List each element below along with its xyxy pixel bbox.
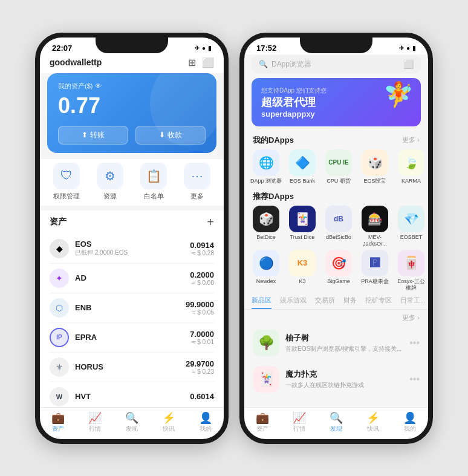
asset-row-horus[interactable]: ⚜ HORUS 29.9700 ≈ $ 0.23	[50, 353, 214, 382]
karma-app[interactable]: 🍃 KARMA	[395, 149, 427, 184]
new-apps-header: 更多 ›	[244, 313, 428, 325]
profile2-tab-label: 我的	[403, 425, 417, 433]
asset-row-eos[interactable]: ◆ EOS 已抵押 2.0000 EOS 0.0914 ≈ $ 0.28	[50, 234, 214, 264]
mev-icon: 🎰	[362, 206, 388, 232]
discover2-tab-label: 发现	[330, 425, 343, 433]
my-dapps-row: 🌐 DApp 浏览器 🔷 EOS Bank CPU IE CPU 稻货 🎲 EO…	[244, 149, 428, 189]
banner[interactable]: 您支持DApp 您们支持您 超级君代理 superdapppxy 🧚	[252, 78, 421, 126]
molipu-item[interactable]: 🃏 魔力扑克 一款多人在线区块链扑克游戏 •••	[244, 361, 428, 397]
search-placeholder-text: DApp浏览器	[271, 59, 311, 70]
dbetsicbo-app[interactable]: dB dBetSicBo	[323, 206, 354, 247]
yuzushu-name: 柚子树	[285, 333, 403, 344]
recommended-row-2: 🔵 Newdex K3 K3 🎯 BigGame 🅿 PRA糖果盒 🀄	[244, 250, 428, 296]
resource-icon: ⚙	[97, 163, 123, 189]
whitelist-icon: 📋	[140, 163, 167, 189]
transfer-button[interactable]: ⬆ 转账	[58, 126, 128, 145]
ad-usd: ≈ $ 0.00	[190, 279, 214, 286]
news2-tab-icon: ⚡	[366, 411, 380, 425]
tab-daily[interactable]: 日常工...	[400, 296, 426, 309]
tab-profile[interactable]: 👤 我的	[199, 411, 212, 433]
hvt-name-col: HVT	[75, 392, 190, 401]
transfer-label: 转账	[90, 130, 105, 140]
tab-new[interactable]: 新品区	[252, 296, 271, 309]
asset-row-epra[interactable]: IP EPRA 7.0000 ≈ $ 0.01	[50, 323, 214, 353]
enb-amount: 99.9000	[186, 300, 214, 309]
new-more-link[interactable]: 更多 ›	[402, 313, 420, 322]
tab-mining[interactable]: 挖矿专区	[365, 296, 392, 309]
discover-tab-icon: 🔍	[125, 411, 138, 425]
airplane-icon: ✈	[195, 45, 200, 51]
pra-app[interactable]: 🅿 PRA糖果盒	[359, 250, 391, 292]
battery-icon-2: ▮	[412, 45, 416, 51]
dbetsicbo-label: dBetSicBo	[323, 234, 354, 241]
my-dapps-title: 我的DApps	[253, 135, 294, 146]
menu-item-whitelist[interactable]: 📋 白名单	[140, 163, 167, 201]
tab2-discover[interactable]: 🔍 发现	[330, 411, 343, 433]
receive-button[interactable]: ⬇ 收款	[135, 126, 206, 145]
dapp-browser[interactable]: 🌐 DApp 浏览器	[250, 149, 282, 184]
tab2-news[interactable]: ⚡ 快讯	[366, 411, 380, 433]
hvt-amount: 0.6014	[190, 392, 214, 401]
yuzushu-item[interactable]: 🌳 柚子树 首款EOS制户浏览器/搜索引擎，支持接关... •••	[244, 325, 428, 361]
eos-icon: ◆	[50, 239, 69, 258]
scan-icon[interactable]: ⊞	[188, 57, 196, 68]
cpu-icon: CPU IE	[325, 149, 352, 176]
assets-header: 资产 +	[50, 215, 214, 229]
tab-entertainment[interactable]: 娱乐游戏	[280, 296, 307, 309]
eosyx-app[interactable]: 🀄 Eosyx-三公棋牌	[395, 250, 427, 292]
eos-sub: 已抵押 2.0000 EOS	[75, 249, 190, 257]
eosbet-app[interactable]: 💎 EOSBET	[395, 206, 427, 247]
horus-usd: ≈ $ 0.23	[186, 368, 214, 375]
menu-item-auth[interactable]: 🛡 权限管理	[53, 163, 80, 201]
biggame-app[interactable]: 🎯 BigGame	[323, 250, 354, 292]
auth-icon: 🛡	[53, 163, 80, 189]
profile-tab-icon: 👤	[199, 411, 212, 425]
dapp-browser-icon: 🌐	[253, 149, 279, 176]
recommended-dapps-title: 推荐DApps	[253, 191, 294, 202]
tab-news[interactable]: ⚡ 快讯	[162, 411, 175, 433]
my-dapps-more[interactable]: 更多 ›	[402, 135, 420, 145]
assets-tab-label: 资产	[51, 425, 65, 433]
search-bar[interactable]: 🔍 DApp浏览器 ⬜	[252, 56, 421, 73]
molipu-name: 魔力扑克	[285, 369, 403, 380]
mev-app[interactable]: 🎰 MEV-JacksOr...	[359, 206, 391, 247]
newdex-app[interactable]: 🔵 Newdex	[250, 250, 282, 292]
yuzushu-dots: •••	[409, 337, 420, 348]
cpu-app[interactable]: CPU IE CPU 稻货	[323, 149, 354, 184]
transfer-icon: ⬆	[82, 131, 88, 139]
k3-icon: K3	[289, 250, 316, 276]
more-icon: ⋯	[184, 163, 210, 189]
wallet-name[interactable]: goodwallettp	[50, 57, 102, 67]
asset-row-enb[interactable]: ⬡ ENB 99.9000 ≈ $ 0.05	[50, 293, 214, 323]
horus-name-col: HORUS	[75, 362, 186, 371]
tab-discover[interactable]: 🔍 发现	[125, 411, 138, 433]
tab-market[interactable]: 📈 行情	[88, 411, 102, 433]
my-dapps-header: 我的DApps 更多 ›	[244, 132, 428, 149]
menu-item-resource[interactable]: ⚙ 资源	[97, 163, 123, 201]
add-asset-button[interactable]: +	[207, 215, 214, 229]
dbetsicbo-icon: dB	[325, 206, 352, 232]
tab2-market[interactable]: 📈 行情	[293, 411, 306, 433]
market2-tab-icon: 📈	[293, 411, 306, 425]
asset-row-ad[interactable]: ✦ AD 0.2000 ≈ $ 0.00	[50, 264, 214, 293]
trustdice-app[interactable]: 🃏 Trust Dice	[287, 206, 318, 247]
karma-icon: 🍃	[398, 149, 424, 176]
betdice-app[interactable]: 🎲 BetDice	[250, 206, 282, 247]
tab2-assets[interactable]: 💼 资产	[256, 411, 269, 433]
newdex-icon: 🔵	[253, 250, 279, 276]
tab2-profile[interactable]: 👤 我的	[403, 411, 417, 433]
menu-item-more[interactable]: ⋯ 更多	[184, 163, 210, 201]
k3-app[interactable]: K3 K3	[287, 250, 318, 292]
news-tab-icon: ⚡	[162, 411, 175, 425]
market-tab-icon: 📈	[88, 411, 102, 425]
market-tab-label: 行情	[88, 425, 102, 433]
layout-icon[interactable]: ⬜	[202, 57, 214, 68]
tab-finance[interactable]: 财务	[343, 296, 357, 309]
eos-amount-col: 0.0914 ≈ $ 0.28	[190, 241, 214, 256]
eos-bank-app[interactable]: 🔷 EOS Bank	[287, 149, 318, 184]
tab-exchange[interactable]: 交易所	[315, 296, 335, 309]
tab-assets[interactable]: 💼 资产	[51, 411, 65, 433]
eos-dice-app[interactable]: 🎲 EOS骰宝	[359, 149, 391, 184]
scan-button[interactable]: ⬜	[403, 59, 414, 69]
auth-label: 权限管理	[53, 192, 80, 201]
